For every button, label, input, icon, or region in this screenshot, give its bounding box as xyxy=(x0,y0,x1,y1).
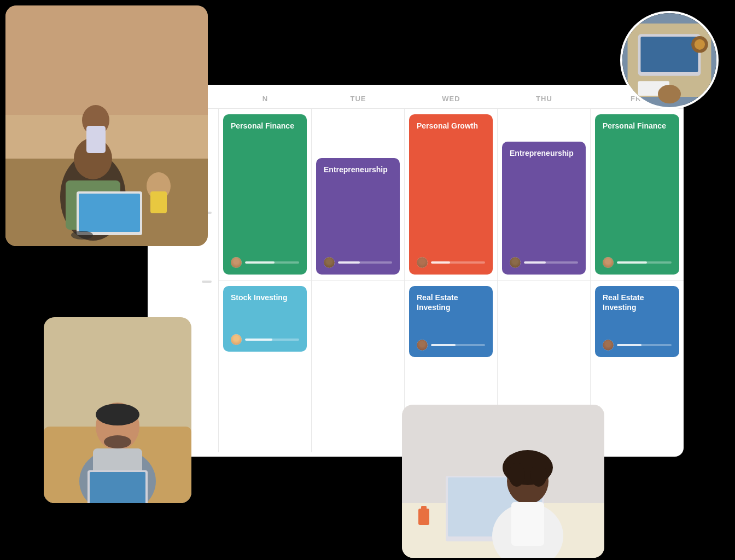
event-meta xyxy=(324,257,392,268)
avatar xyxy=(603,340,614,351)
event-title: Real Estate Investing xyxy=(417,293,485,312)
cell-row1-tue: Entrepreneurship xyxy=(312,109,405,281)
avatar xyxy=(603,257,614,268)
event-meta xyxy=(510,257,578,268)
progress-bar xyxy=(617,344,672,346)
event-personal-finance-mon[interactable]: Personal Finance xyxy=(223,114,307,275)
svg-point-28 xyxy=(96,404,139,425)
svg-point-13 xyxy=(71,231,93,240)
progress-bar xyxy=(245,261,299,264)
photo-woman-desk xyxy=(402,405,604,558)
avatar xyxy=(324,257,335,268)
svg-point-41 xyxy=(509,463,525,487)
progress-fill xyxy=(524,261,546,264)
svg-rect-12 xyxy=(150,191,167,213)
photo-man-laptop xyxy=(44,317,191,503)
progress-fill xyxy=(338,261,360,264)
progress-bar xyxy=(245,339,299,341)
progress-bar xyxy=(617,261,672,264)
event-personal-growth[interactable]: Personal Growth xyxy=(409,114,493,275)
event-title: Personal Finance xyxy=(231,121,299,131)
progress-bar xyxy=(431,261,485,264)
progress-fill xyxy=(245,339,272,341)
event-stock-investing[interactable]: Stock Investing xyxy=(223,286,307,352)
svg-point-21 xyxy=(695,39,705,50)
svg-rect-2 xyxy=(5,5,208,115)
avatar xyxy=(231,334,242,345)
svg-rect-45 xyxy=(421,506,427,510)
progress-bar xyxy=(431,344,485,346)
event-real-estate-fri[interactable]: Real Estate Investing xyxy=(595,286,679,357)
event-title: Real Estate Investing xyxy=(603,293,672,312)
cal-day-tue: TUE xyxy=(312,95,405,103)
progress-bar xyxy=(524,261,578,264)
event-title: Stock Investing xyxy=(231,293,299,302)
svg-point-42 xyxy=(530,463,547,487)
progress-fill xyxy=(431,344,456,346)
event-meta xyxy=(603,257,672,268)
event-meta xyxy=(603,340,672,351)
avatar xyxy=(417,257,428,268)
avatar xyxy=(231,257,242,268)
event-meta xyxy=(417,257,485,268)
photo-family xyxy=(5,5,208,246)
svg-point-29 xyxy=(104,435,131,448)
svg-rect-44 xyxy=(418,509,429,525)
progress-fill xyxy=(245,261,275,264)
avatar xyxy=(510,257,521,268)
event-title: Personal Finance xyxy=(603,121,672,131)
event-personal-finance-fri[interactable]: Personal Finance xyxy=(595,114,679,275)
event-entrepreneurship-tue[interactable]: Entrepreneurship xyxy=(316,158,400,275)
svg-rect-43 xyxy=(511,502,544,546)
calendar-card: N TUE WED THU FRI Personal Finance xyxy=(148,85,684,457)
svg-rect-18 xyxy=(640,37,698,72)
cal-day-wed: WED xyxy=(405,95,498,103)
cell-row1-wed: Personal Growth xyxy=(405,109,498,281)
event-meta xyxy=(231,334,299,345)
cell-row2-mon: Stock Investing xyxy=(219,281,312,452)
event-entrepreneurship-thu[interactable]: Entrepreneurship xyxy=(502,142,586,275)
event-real-estate-wed[interactable]: Real Estate Investing xyxy=(409,286,493,357)
progress-bar xyxy=(338,261,392,264)
cal-day-thu: THU xyxy=(498,95,591,103)
event-title: Entrepreneurship xyxy=(510,148,578,158)
avatar xyxy=(417,340,428,351)
cell-row1-thu: Entrepreneurship xyxy=(498,109,591,281)
event-title: Personal Growth xyxy=(417,121,485,131)
calendar-header: N TUE WED THU FRI xyxy=(148,85,684,109)
svg-rect-8 xyxy=(86,126,106,153)
svg-rect-10 xyxy=(79,194,140,232)
cell-row1-fri: Personal Finance xyxy=(591,109,684,281)
svg-rect-32 xyxy=(90,472,145,503)
photo-overhead xyxy=(620,11,719,109)
event-meta xyxy=(231,257,299,268)
scrollbar-mid xyxy=(202,281,212,283)
progress-fill xyxy=(617,261,647,264)
event-title: Entrepreneurship xyxy=(324,165,392,174)
progress-fill xyxy=(431,261,450,264)
cell-row2-tue xyxy=(312,281,405,452)
cell-row1-mon: Personal Finance xyxy=(219,109,312,281)
progress-fill xyxy=(617,344,641,346)
event-meta xyxy=(417,340,485,351)
scene: N TUE WED THU FRI Personal Finance xyxy=(0,0,735,560)
cal-day-mon: N xyxy=(219,95,312,103)
cell-row2-fri: Real Estate Investing xyxy=(591,281,684,452)
svg-point-22 xyxy=(658,85,681,103)
